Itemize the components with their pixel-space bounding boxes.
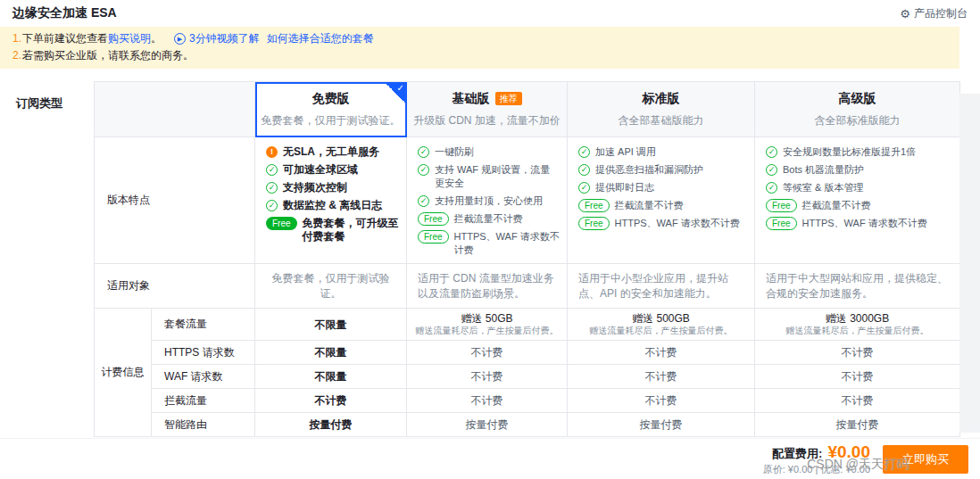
fee-label: 配置费用: bbox=[772, 446, 822, 462]
billing-row-traffic: 计费信息 套餐流量 不限量 赠送 50GB 赠送流量耗尽后，产生按量后付费。 赠… bbox=[95, 309, 960, 341]
warning-icon: ! bbox=[266, 146, 278, 158]
selected-corner: ✓ bbox=[385, 82, 406, 103]
play-video-icon[interactable]: ▶ bbox=[174, 33, 186, 45]
billing-block-premium: 不计费 bbox=[755, 389, 960, 413]
scroll-gutter bbox=[959, 94, 980, 433]
gear-icon: ⚙ bbox=[900, 7, 910, 21]
billing-waf-standard: 不计费 bbox=[568, 365, 755, 389]
notice-number: 2. bbox=[12, 47, 21, 64]
feature-item: Free 免费套餐，可升级至付费套餐 bbox=[266, 217, 399, 244]
plan-subtitle: 含全部标准版能力 bbox=[755, 113, 959, 128]
billing-traffic-premium: 赠送 3000GB 赠送流量耗尽后，产生按量后付费。 bbox=[755, 309, 960, 341]
feature-item: ✓ 支持频次控制 bbox=[266, 181, 399, 194]
billing-waf-basic: 不计费 bbox=[407, 365, 568, 389]
feature-item: Free HTTPS、WAF 请求数不计费 bbox=[418, 230, 560, 257]
billing-row-label: 拦截流量 bbox=[152, 389, 255, 413]
billing-traffic-free: 不限量 bbox=[255, 309, 407, 341]
billing-row-label: HTTPS 请求数 bbox=[152, 341, 255, 365]
features-basic: ✓ 一键防刷 ✓ 支持 WAF 规则设置，流量更安全 ✓ 支持用量封顶，安心使用… bbox=[407, 137, 568, 264]
feature-item: ✓ 提供即时日志 bbox=[578, 181, 747, 194]
billing-row-label: 套餐流量 bbox=[152, 309, 255, 341]
audience-standard: 适用于中小型企业应用，提升站点、API 的安全和加速能力。 bbox=[568, 264, 755, 309]
plans-table: ✓ 免费版 免费套餐，仅用于测试验证。 基础版 推荐 升级版 CDN 加速，流量… bbox=[94, 81, 960, 437]
plan-name: 基础版 bbox=[453, 91, 490, 107]
check-icon: ✓ bbox=[418, 195, 429, 207]
feature-item: ✓ 可加速全球区域 bbox=[266, 163, 399, 177]
plan-subtitle: 含全部基础版能力 bbox=[568, 113, 754, 128]
billing-https-standard: 不计费 bbox=[568, 341, 755, 365]
free-badge: Free bbox=[418, 230, 449, 244]
fee-value: ¥0.00 bbox=[827, 442, 870, 462]
feature-item: ✓ 等候室 & 版本管理 bbox=[766, 181, 952, 194]
notice-text: 若需购买企业版，请联系您的商务。 bbox=[22, 47, 194, 64]
billing-traffic-standard: 赠送 500GB 赠送流量耗尽后，产生按量后付费。 bbox=[568, 309, 755, 341]
billing-row-label: 智能路由 bbox=[152, 413, 255, 437]
billing-row-https: HTTPS 请求数 不限量 不计费 不计费 不计费 bbox=[95, 341, 960, 365]
feature-item: ! 无SLA，无工单服务 bbox=[266, 145, 399, 159]
plan-card-premium[interactable]: 高级版 含全部标准版能力 bbox=[755, 82, 960, 137]
billing-routing-standard: 按量付费 bbox=[568, 413, 755, 437]
check-icon: ✓ bbox=[266, 164, 278, 176]
check-icon: ✓ bbox=[578, 146, 590, 158]
feature-item: Free HTTPS、WAF 请求数不计费 bbox=[578, 217, 747, 230]
buy-now-button[interactable]: 立即购买 bbox=[883, 445, 968, 474]
billing-row-routing: 智能路由 按量付费 按量付费 按量付费 按量付费 bbox=[95, 413, 960, 437]
notice-line-2: 2. 若需购买企业版，请联系您的商务。 bbox=[12, 47, 947, 64]
feature-item: ✓ 支持用量封顶，安心使用 bbox=[418, 194, 560, 208]
plan-card-free[interactable]: ✓ 免费版 免费套餐，仅用于测试验证。 bbox=[255, 82, 407, 137]
billing-row-label: WAF 请求数 bbox=[152, 365, 255, 389]
feature-item: ✓ 安全规则数量比标准版提升1倍 bbox=[766, 145, 952, 159]
billing-block-standard: 不计费 bbox=[568, 389, 755, 413]
feature-item: ✓ 一键防刷 bbox=[418, 145, 560, 159]
billing-block-free: 不计费 bbox=[255, 389, 407, 413]
video-intro-link[interactable]: 3分钟视频了解 bbox=[189, 30, 260, 47]
notice-text: 下单前建议您查看 bbox=[22, 30, 108, 47]
notice-banner: 1. 下单前建议您查看 购买说明 。 ▶ 3分钟视频了解 如何选择合适您的套餐 … bbox=[0, 27, 959, 69]
purchase-guide-link[interactable]: 购买说明 bbox=[108, 30, 151, 47]
features-premium: ✓ 安全规则数量比标准版提升1倍 ✓ Bots 机器流量防护 ✓ 等候室 & 版… bbox=[755, 137, 960, 264]
feature-item: Free 拦截流量不计费 bbox=[578, 199, 747, 212]
plan-card-standard[interactable]: 标准版 含全部基础版能力 bbox=[568, 82, 755, 137]
check-icon: ✓ bbox=[578, 164, 590, 176]
plan-subtitle: 升级版 CDN 加速，流量不加价 bbox=[407, 113, 567, 128]
features-standard: ✓ 加速 API 调用 ✓ 提供恶意扫描和漏洞防护 ✓ 提供即时日志 Free … bbox=[568, 137, 755, 264]
plan-name: 高级版 bbox=[755, 91, 959, 107]
notice-number: 1. bbox=[12, 30, 21, 47]
billing-routing-free: 按量付费 bbox=[255, 413, 407, 437]
feature-item: ✓ 数据监控 & 离线日志 bbox=[266, 199, 399, 212]
plan-card-basic[interactable]: 基础版 推荐 升级版 CDN 加速，流量不加价 bbox=[407, 82, 568, 137]
billing-waf-free: 不限量 bbox=[255, 365, 407, 389]
choose-plan-link[interactable]: 如何选择合适您的套餐 bbox=[267, 30, 374, 47]
page-title: 边缘安全加速 ESA bbox=[12, 5, 117, 21]
billing-group-label: 计费信息 bbox=[95, 309, 152, 437]
top-bar: 边缘安全加速 ESA ⚙ 产品控制台 bbox=[0, 0, 980, 27]
audience-row: 适用对象 免费套餐，仅用于测试验证。 适用于 CDN 流量型加速业务以及流量防盗… bbox=[95, 264, 960, 309]
feature-item: Free 拦截流量不计费 bbox=[418, 212, 560, 226]
fee-detail: 原价: ¥0.00 | 优惠: ¥0.00 bbox=[763, 463, 870, 476]
feature-item: ✓ 支持 WAF 规则设置，流量更安全 bbox=[418, 163, 560, 190]
subscription-type-label: 订阅类型 bbox=[16, 95, 62, 111]
check-icon: ✓ bbox=[766, 182, 777, 194]
billing-routing-basic: 按量付费 bbox=[407, 413, 568, 437]
plan-header-row: ✓ 免费版 免费套餐，仅用于测试验证。 基础版 推荐 升级版 CDN 加速，流量… bbox=[95, 82, 960, 137]
plan-subtitle: 免费套餐，仅用于测试验证。 bbox=[255, 113, 406, 128]
check-icon: ✓ bbox=[766, 164, 777, 176]
free-badge: Free bbox=[766, 217, 797, 230]
product-console-link[interactable]: ⚙ 产品控制台 bbox=[900, 6, 968, 21]
features-free: ! 无SLA，无工单服务 ✓ 可加速全球区域 ✓ 支持频次控制 ✓ 数据监控 &… bbox=[255, 137, 407, 264]
product-console-label: 产品控制台 bbox=[914, 6, 968, 21]
billing-https-premium: 不计费 bbox=[755, 341, 960, 365]
audience-basic: 适用于 CDN 流量型加速业务以及流量防盗刷场景。 bbox=[407, 264, 568, 309]
fee-summary: 配置费用: ¥0.00 原价: ¥0.00 | 优惠: ¥0.00 bbox=[763, 442, 870, 476]
check-icon: ✓ bbox=[578, 182, 590, 194]
notice-period: 。 bbox=[151, 30, 162, 47]
audience-row-label: 适用对象 bbox=[95, 264, 255, 309]
billing-block-basic: 不计费 bbox=[407, 389, 568, 413]
audience-free: 免费套餐，仅用于测试验证。 bbox=[255, 264, 407, 309]
free-badge: Free bbox=[266, 217, 297, 230]
feature-item: Free 拦截流量不计费 bbox=[766, 199, 952, 212]
feature-item: Free HTTPS、WAF 请求数不计费 bbox=[766, 217, 952, 230]
features-row: 版本特点 ! 无SLA，无工单服务 ✓ 可加速全球区域 ✓ 支持频次控制 bbox=[95, 137, 960, 264]
check-icon: ✓ bbox=[266, 182, 278, 194]
billing-row-waf: WAF 请求数 不限量 不计费 不计费 不计费 bbox=[95, 365, 960, 389]
